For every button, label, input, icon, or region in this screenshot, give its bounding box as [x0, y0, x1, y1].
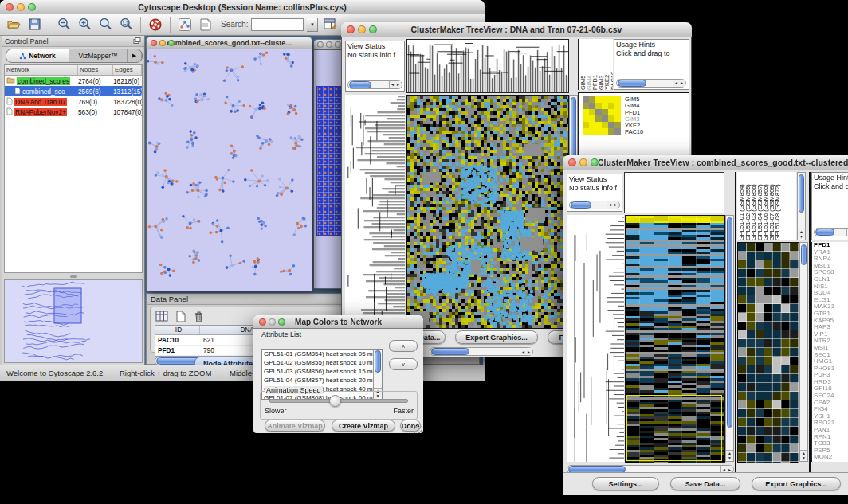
close-button[interactable] — [347, 25, 355, 33]
zoom-window-button[interactable] — [278, 318, 285, 326]
zoom-window-button[interactable] — [168, 40, 175, 46]
matrix-cell[interactable] — [614, 115, 621, 122]
export-graphics-button[interactable]: Export Graphics... — [752, 477, 841, 490]
float-panel-icon[interactable] — [133, 37, 141, 45]
network-table-header[interactable]: Network Nodes Edges — [5, 65, 142, 76]
scrollbar-arrows[interactable]: ◄► — [520, 348, 532, 355]
attribute-list-item[interactable]: GPL51-02 (GSM855) heat shock 10 min — [262, 358, 382, 367]
scrollbar-thumb[interactable] — [431, 348, 469, 355]
column-labels[interactable]: GIM5GIM4PFD1GIM3YKE2PAC10 — [578, 39, 613, 90]
zoom-out-icon[interactable] — [55, 16, 73, 33]
move-down-button[interactable]: ∨ — [389, 358, 418, 370]
matrix-cell[interactable] — [608, 115, 614, 122]
bottom-hscrollbar[interactable]: ◄► — [430, 347, 533, 356]
matrix-cell[interactable] — [583, 128, 589, 135]
close-button[interactable] — [6, 3, 14, 11]
treeview-dna-titlebar[interactable]: ClusterMaker TreeView : DNA and Tran 07-… — [341, 22, 692, 37]
zoom-in-icon[interactable] — [76, 16, 93, 33]
matrix-cell[interactable] — [595, 128, 602, 135]
dialog-titlebar[interactable]: Map Colors to Network — [253, 315, 423, 329]
save-icon[interactable] — [26, 16, 43, 33]
scrollbar-thumb[interactable] — [571, 201, 591, 209]
annotation-icon[interactable] — [197, 16, 214, 33]
matrix-cell[interactable] — [608, 109, 614, 115]
matrix-cell[interactable] — [583, 96, 589, 103]
matrix-cell[interactable] — [595, 109, 602, 115]
column-label[interactable]: PAC10 — [611, 39, 614, 90]
zoom-window-button[interactable] — [369, 25, 377, 33]
tab-overflow-arrow[interactable]: ▶ — [128, 49, 142, 62]
scrollbar-arrows[interactable]: ▲▼ — [798, 229, 805, 239]
matrix-cell[interactable] — [583, 103, 589, 109]
background-window-titlebar[interactable] — [313, 39, 345, 50]
col-nodes[interactable]: Nodes — [78, 65, 113, 75]
minimize-button[interactable] — [326, 41, 332, 48]
minimize-button[interactable] — [579, 158, 587, 166]
correlation-matrix[interactable] — [583, 96, 621, 135]
help-lifesaver-icon[interactable] — [147, 16, 164, 33]
network-table-row[interactable]: DNA and Tran 07769(0)183728(0) — [5, 96, 142, 107]
scrollbar-thumb[interactable] — [375, 350, 381, 373]
network-table-row[interactable]: RNAPuberNov2+563(0)107847(0) — [5, 107, 142, 117]
column-label[interactable]: GPL51-08 (GSM872) — [775, 172, 781, 240]
network-graph[interactable] — [147, 49, 312, 290]
scrollbar-arrows[interactable]: ▲▼ — [800, 450, 807, 460]
move-up-button[interactable]: ∧ — [389, 340, 418, 352]
column-dendrogram[interactable] — [406, 39, 569, 93]
zoom-window-button[interactable] — [28, 3, 36, 11]
heatmap-vscrollbar[interactable]: ▲▼ — [725, 215, 734, 462]
dense-grid-network[interactable] — [316, 86, 344, 236]
matrix-cell[interactable] — [589, 103, 595, 109]
minimize-button[interactable] — [358, 25, 366, 33]
zoom-window-button[interactable] — [591, 158, 599, 166]
row-dendrogram[interactable] — [567, 215, 624, 462]
animate-vizmap-button[interactable]: Animate Vizmap — [265, 420, 325, 432]
background-network-window[interactable] — [313, 39, 345, 289]
minimize-button[interactable] — [17, 3, 25, 11]
matrix-cell[interactable] — [602, 115, 608, 122]
matrix-cell[interactable] — [595, 122, 602, 128]
view-status-hscrollbar[interactable]: ◄► — [347, 80, 402, 89]
zoom-vscrollbar[interactable]: ▲▼ — [799, 242, 808, 462]
network-view-window[interactable]: combined_scores_good.txt--cluste... — [146, 37, 312, 291]
matrix-cell[interactable] — [589, 109, 595, 115]
matrix-cell[interactable] — [608, 128, 614, 135]
minimize-button[interactable] — [269, 318, 276, 326]
scrollbar-thumb[interactable] — [799, 174, 804, 213]
zoom-fit-icon[interactable] — [96, 16, 114, 33]
matrix-cell[interactable] — [608, 122, 614, 128]
matrix-cell[interactable] — [602, 122, 608, 128]
minimap-canvas[interactable] — [5, 280, 142, 362]
column-dendrogram-area[interactable] — [624, 172, 724, 213]
slider-thumb[interactable] — [329, 395, 341, 407]
matrix-cell[interactable] — [608, 96, 614, 103]
matrix-cell[interactable] — [614, 103, 621, 109]
node-network-icon[interactable] — [176, 16, 194, 33]
matrix-cell[interactable] — [614, 128, 621, 135]
matrix-cell[interactable] — [589, 122, 595, 128]
main-title-bar[interactable]: Cytoscape Desktop (Session Name: collins… — [0, 0, 485, 14]
main-heatmap[interactable] — [406, 95, 569, 329]
resize-grip[interactable] — [414, 424, 422, 433]
col-edges[interactable]: Edges — [113, 65, 142, 75]
gene-label[interactable]: MON2 — [814, 454, 848, 461]
network-window-titlebar[interactable]: combined_scores_good.txt--cluste... — [146, 37, 312, 49]
zoom-window-button[interactable] — [335, 41, 341, 48]
matrix-cell[interactable] — [608, 103, 614, 109]
zoom-heatmap[interactable] — [737, 242, 799, 463]
scrollbar-arrows[interactable]: ◄► — [673, 80, 685, 87]
network-table-row[interactable]: combined_scores2764(0)16218(0) — [5, 76, 142, 86]
col-network[interactable]: Network — [5, 65, 78, 75]
scrollbar-thumb[interactable] — [349, 81, 371, 88]
delete-attribute-trash-icon[interactable] — [191, 310, 206, 322]
matrix-cell[interactable] — [583, 109, 589, 115]
close-button[interactable] — [259, 318, 266, 326]
matrix-cell[interactable] — [614, 122, 621, 128]
save-data-button[interactable]: Save Data... — [670, 477, 740, 490]
matrix-cell[interactable] — [589, 115, 595, 122]
settings-button[interactable]: Settings... — [592, 477, 659, 490]
scrollbar-thumb[interactable] — [618, 80, 646, 87]
labels-vscrollbar[interactable]: ▲▼ — [797, 172, 806, 240]
matrix-cell[interactable] — [614, 109, 621, 115]
create-vizmap-button[interactable]: Create Vizmap — [332, 420, 395, 432]
